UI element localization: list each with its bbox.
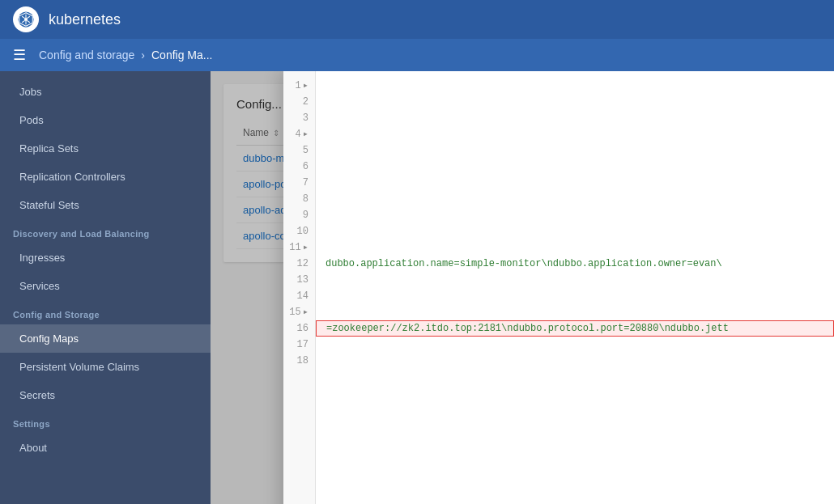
sidebar-item-stateful-sets[interactable]: Stateful Sets [0,191,211,219]
edit-dialog: 1 2 3 4 5 6 7 8 9 10 11 12 13 [283,71,834,504]
breadcrumb-current: Config Ma... [151,49,212,61]
code-line-2 [316,94,834,110]
kubernetes-logo [13,6,39,32]
code-text-16: =zookeeper://zk2.itdo.top:2181\ndubbo.pr… [326,320,729,337]
code-line-3 [316,110,834,126]
code-line-9 [316,207,834,223]
line-num-4: 4 [283,126,315,142]
code-line-8 [316,191,834,207]
code-line-12: dubbo.application.name=simple-monitor\nd… [316,256,834,272]
sidebar-section-settings: Settings [0,409,211,434]
code-line-18 [316,353,834,369]
sidebar-item-secrets[interactable]: Secrets [0,381,211,409]
line-num-16: 16 [283,320,315,337]
sidebar-item-replication-controllers[interactable]: Replication Controllers [0,163,211,191]
line-num-8: 8 [283,191,315,207]
line-num-14: 14 [283,288,315,304]
code-content: 1 2 3 4 5 6 7 8 9 10 11 12 13 [283,71,834,504]
sidebar: Jobs Pods Replica Sets Replication Contr… [0,71,211,504]
content-area: Config... Name ⇕ dubbo-mo... apollo-po..… [211,71,834,504]
code-line-1 [316,78,834,94]
line-num-1: 1 [283,78,315,94]
sidebar-item-pvc[interactable]: Persistent Volume Claims [0,353,211,381]
line-num-6: 6 [283,159,315,175]
menu-icon[interactable]: ☰ [13,46,26,64]
line-num-13: 13 [283,272,315,288]
line-num-12: 12 [283,256,315,272]
sidebar-item-pods[interactable]: Pods [0,106,211,134]
breadcrumb-separator: › [141,49,145,61]
code-text-12: dubbo.application.name=simple-monitor\nd… [326,256,722,272]
sidebar-item-jobs[interactable]: Jobs [0,78,211,106]
app-title: kubernetes [49,11,121,28]
code-editor[interactable]: 1 2 3 4 5 6 7 8 9 10 11 12 13 [283,71,834,504]
line-num-5: 5 [283,142,315,159]
line-num-10: 10 [283,223,315,239]
breadcrumb-bar: ☰ Config and storage › Config Ma... [0,39,834,71]
code-line-6 [316,159,834,175]
sidebar-section-config: Config and Storage [0,300,211,324]
code-line-17 [316,337,834,353]
main-layout: Jobs Pods Replica Sets Replication Contr… [0,71,834,504]
breadcrumb-parent[interactable]: Config and storage [39,49,134,61]
sidebar-item-config-maps[interactable]: Config Maps [0,324,211,353]
code-line-4 [316,126,834,142]
dialog-overlay: 1 2 3 4 5 6 7 8 9 10 11 12 13 [211,71,834,504]
code-line-13 [316,272,834,288]
line-num-18: 18 [283,353,315,369]
sidebar-section-discovery: Discovery and Load Balancing [0,219,211,244]
line-num-3: 3 [283,110,315,126]
code-line-15 [316,304,834,320]
sidebar-item-replica-sets[interactable]: Replica Sets [0,134,211,163]
line-numbers: 1 2 3 4 5 6 7 8 9 10 11 12 13 [283,71,316,504]
sidebar-item-about[interactable]: About [0,434,211,462]
line-num-7: 7 [283,175,315,191]
code-lines-area[interactable]: dubbo.application.name=simple-monitor\nd… [316,71,834,504]
sidebar-item-services[interactable]: Services [0,272,211,300]
line-num-9: 9 [283,207,315,223]
line-num-11: 11 [283,239,315,256]
code-line-7 [316,175,834,191]
code-line-5 [316,142,834,159]
code-line-11 [316,239,834,256]
code-line-14 [316,288,834,304]
code-line-10 [316,223,834,239]
topbar: kubernetes [0,0,834,39]
line-num-15: 15 [283,304,315,320]
code-line-16: =zookeeper://zk2.itdo.top:2181\ndubbo.pr… [316,320,834,337]
line-num-2: 2 [283,94,315,110]
line-num-17: 17 [283,337,315,353]
sidebar-item-ingresses[interactable]: Ingresses [0,244,211,272]
